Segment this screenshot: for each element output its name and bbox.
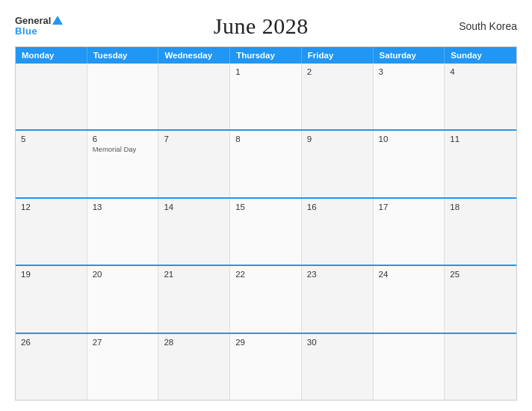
cal-cell: 13 (87, 199, 159, 265)
cal-date: 27 (93, 338, 153, 347)
cal-cell: 23 (302, 266, 374, 332)
cal-date: 15 (235, 203, 296, 211)
cal-cell (158, 64, 230, 129)
cal-cell: 12 (16, 199, 87, 265)
logo-triangle-icon (52, 16, 63, 25)
cal-date: 24 (379, 270, 439, 279)
header-cell-tuesday: Tuesday (87, 47, 159, 64)
cal-cell: 26 (16, 334, 87, 400)
cal-cell: 14 (158, 199, 230, 265)
cal-cell: 11 (445, 131, 516, 197)
calendar-body: 123456Memorial Day7891011121314151617181… (16, 64, 516, 400)
cal-date: 8 (235, 135, 296, 143)
week-row-1: 1234 (16, 64, 516, 129)
cal-date: 12 (21, 203, 81, 211)
cal-date: 16 (307, 203, 368, 211)
cal-cell: 1 (230, 64, 302, 129)
logo-blue-text: Blue (15, 26, 63, 37)
cal-date: 30 (307, 338, 368, 347)
cal-date: 6 (93, 135, 153, 143)
header-cell-wednesday: Wednesday (158, 47, 230, 64)
cal-cell (16, 64, 87, 129)
logo-general-text: General (15, 16, 51, 26)
cal-cell: 28 (158, 334, 230, 400)
header-cell-thursday: Thursday (230, 47, 302, 64)
cal-date: 25 (450, 270, 511, 279)
cal-cell: 6Memorial Day (87, 131, 159, 197)
logo: General Blue (15, 16, 63, 37)
header-cell-saturday: Saturday (374, 47, 445, 64)
calendar-title: June 2028 (214, 13, 309, 39)
cal-cell: 7 (158, 131, 230, 197)
cal-date: 22 (235, 270, 296, 279)
week-row-2: 56Memorial Day7891011 (16, 129, 516, 197)
country-label: South Korea (459, 20, 517, 32)
header-cell-monday: Monday (16, 47, 87, 64)
cal-cell: 19 (16, 266, 87, 332)
cal-date: 2 (307, 67, 368, 76)
cal-date: 10 (379, 135, 439, 143)
week-row-4: 19202122232425 (16, 265, 516, 332)
calendar-header-row: MondayTuesdayWednesdayThursdayFridaySatu… (16, 47, 516, 64)
cal-cell: 27 (87, 334, 159, 400)
cal-date: 3 (379, 67, 439, 76)
week-row-5: 2627282930 (16, 333, 516, 400)
calendar: MondayTuesdayWednesdayThursdayFridaySatu… (15, 46, 517, 401)
header-cell-sunday: Sunday (445, 47, 516, 64)
cal-cell: 16 (302, 199, 374, 265)
cal-date: 13 (93, 203, 153, 211)
cal-date: 29 (235, 338, 296, 347)
cal-cell: 10 (374, 131, 445, 197)
cal-cell: 22 (230, 266, 302, 332)
cal-date: 21 (164, 270, 224, 279)
cal-date: 20 (93, 270, 153, 279)
cal-cell: 25 (445, 266, 516, 332)
cal-date: 5 (21, 135, 81, 143)
cal-cell: 29 (230, 334, 302, 400)
cal-cell: 18 (445, 199, 516, 265)
cal-cell: 24 (374, 266, 445, 332)
cal-cell (87, 64, 159, 129)
cal-cell: 4 (445, 64, 516, 129)
cal-date: 4 (450, 67, 511, 76)
cal-cell: 8 (230, 131, 302, 197)
cal-date: 26 (21, 338, 81, 347)
cal-cell: 3 (374, 64, 445, 129)
cal-date: 17 (379, 203, 439, 211)
header-cell-friday: Friday (302, 47, 374, 64)
cal-cell: 5 (16, 131, 87, 197)
cal-date: 7 (164, 135, 224, 143)
cal-cell: 17 (374, 199, 445, 265)
cal-cell: 9 (302, 131, 374, 197)
cal-cell: 30 (302, 334, 374, 400)
cal-date: 9 (307, 135, 368, 143)
cal-date: 1 (235, 67, 296, 76)
week-row-3: 12131415161718 (16, 197, 516, 265)
calendar-page: General Blue June 2028 South Korea Monda… (0, 0, 532, 411)
cal-cell (374, 334, 445, 400)
cal-event: Memorial Day (93, 145, 153, 153)
cal-date: 11 (450, 135, 511, 143)
cal-date: 14 (164, 203, 224, 211)
cal-cell: 21 (158, 266, 230, 332)
logo-general: General (15, 16, 63, 26)
cal-cell: 2 (302, 64, 374, 129)
cal-date: 23 (307, 270, 368, 279)
cal-cell: 20 (87, 266, 159, 332)
cal-date: 18 (450, 203, 511, 211)
cal-cell (445, 334, 516, 400)
cal-date: 28 (164, 338, 224, 347)
header: General Blue June 2028 South Korea (15, 13, 517, 39)
cal-date: 19 (21, 270, 81, 279)
cal-cell: 15 (230, 199, 302, 265)
